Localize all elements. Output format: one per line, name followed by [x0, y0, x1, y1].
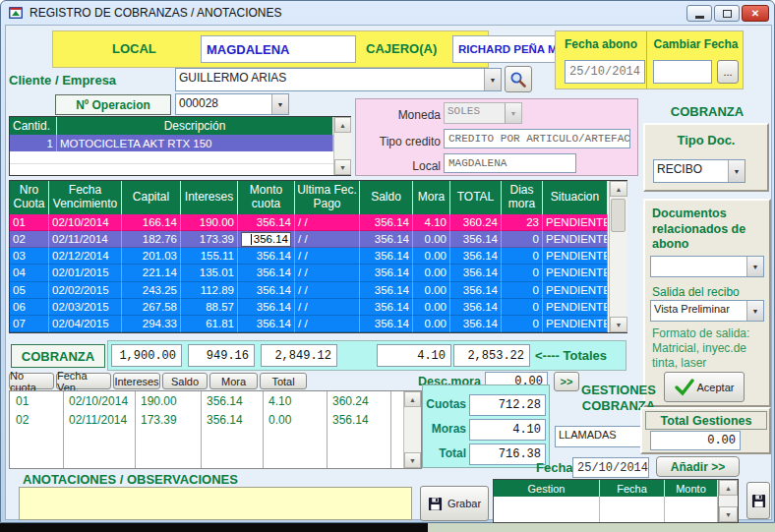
- main-grid-cell: 02/03/2015: [49, 299, 122, 316]
- detail-column-button[interactable]: Saldo: [162, 373, 208, 389]
- monto-cuota-edit-input[interactable]: 356.14: [241, 232, 291, 247]
- scroll-down-button[interactable]: ▼: [719, 506, 738, 522]
- anadir-button[interactable]: Añadir >>: [656, 456, 740, 477]
- list-cell: 360.24: [327, 394, 390, 410]
- total-field: 949.16: [188, 344, 255, 367]
- salida-label: Salida del recibo: [652, 285, 740, 299]
- main-grid-row[interactable]: 0302/12/2014201.03155.11356.14/ /356.140…: [10, 248, 608, 265]
- chevron-down-icon[interactable]: ▼: [746, 257, 763, 276]
- aceptar-label: Aceptar: [697, 382, 735, 393]
- empty-row: [10, 151, 333, 164]
- main-grid-cell: 0.00: [413, 299, 450, 316]
- title-bar[interactable]: REGISTRO DE COBRANZAS / ANOTACIONES ✕: [1, 1, 774, 25]
- chevron-down-icon[interactable]: ▼: [271, 94, 288, 114]
- minimize-button[interactable]: [686, 5, 712, 22]
- total-field: 716.38: [469, 443, 546, 465]
- detail-column-button[interactable]: Total: [260, 373, 307, 389]
- anotaciones-textarea[interactable]: [19, 487, 412, 520]
- search-button[interactable]: [505, 66, 532, 92]
- items-grid-header: Descripción: [57, 117, 333, 135]
- scroll-down-button[interactable]: ▼: [404, 452, 421, 468]
- items-grid-selected-row[interactable]: 1MOTOCICLETA AKT RTX 150: [10, 135, 333, 151]
- main-grid-cell: 04: [10, 265, 49, 281]
- browse-date-button[interactable]: ...: [717, 60, 739, 84]
- list-scrollbar[interactable]: ▲ ▼: [403, 391, 421, 468]
- scroll-up-button[interactable]: ▲: [334, 117, 351, 133]
- items-grid-scrollbar[interactable]: ▲ ▼: [333, 117, 351, 175]
- main-grid-cell: 173.39: [181, 231, 238, 248]
- operacion-label: Nº Operacion: [76, 98, 150, 112]
- list-row[interactable]: 0102/10/2014190.00356.144.10360.24: [10, 394, 421, 410]
- list-cell: 01: [10, 394, 63, 410]
- main-grid-cell: 0: [502, 265, 543, 281]
- gestiones-table-header: Fecha: [600, 480, 665, 497]
- salida-combobox[interactable]: Vista Preliminar ▼: [650, 300, 764, 322]
- tipo-doc-value: RECIBO: [654, 160, 728, 182]
- maximize-icon: [723, 10, 732, 18]
- main-grid-cell: / /: [295, 248, 360, 265]
- documentos-combobox[interactable]: ▼: [650, 256, 764, 277]
- main-grid-row[interactable]: 0602/03/2015267.5888.57356.14/ /356.140.…: [10, 299, 608, 316]
- main-grid-cell: 356.14: [360, 299, 413, 316]
- cambiar-fecha-input[interactable]: [653, 60, 712, 84]
- scroll-up-button[interactable]: ▲: [719, 480, 738, 496]
- scroll-thumb[interactable]: [611, 199, 626, 232]
- main-grid-cell: / /: [295, 299, 360, 316]
- maximize-button[interactable]: [714, 5, 740, 22]
- main-grid-row[interactable]: 0502/02/2015243.25112.89356.14/ /356.140…: [10, 282, 608, 299]
- save-corner-button[interactable]: [746, 482, 770, 519]
- scroll-down-button[interactable]: ▼: [610, 317, 627, 332]
- gestiones-scrollbar[interactable]: ▲ ▼: [718, 480, 738, 522]
- chevron-down-icon[interactable]: ▼: [484, 69, 501, 90]
- detail-column-button[interactable]: Intereses: [113, 373, 160, 389]
- main-grid-header: Ultima Fec. Pago: [295, 181, 360, 214]
- items-grid-cell: MOTOCICLETA AKT RTX 150: [57, 135, 333, 151]
- column-separator: [263, 391, 264, 468]
- main-grid-header: Dias mora: [502, 181, 543, 214]
- main-grid-cell: 02/10/2014: [49, 214, 122, 231]
- scroll-up-button[interactable]: ▲: [404, 391, 421, 407]
- chevron-down-icon: ▼: [505, 103, 521, 123]
- main-grid-cell: 61.81: [181, 316, 238, 332]
- main-grid-cell: 0: [502, 231, 543, 248]
- list-cell: 356.14: [327, 413, 390, 429]
- main-grid-row[interactable]: 0102/10/2014166.14190.00356.14/ /356.144…: [10, 214, 608, 231]
- main-grid-cell: 356.14: [450, 282, 502, 299]
- total-field: 2,853.22: [453, 344, 530, 367]
- cuotas-grid-scrollbar[interactable]: ▲ ▼: [609, 181, 627, 332]
- main-grid-cell: 03: [10, 248, 49, 265]
- gestiones-table-cell: [600, 497, 665, 522]
- cuotas-seleccionadas-list[interactable]: 0102/10/2014190.00356.144.10360.240202/1…: [9, 390, 422, 469]
- total-gestiones-label-box: Total Gestiones: [645, 411, 767, 430]
- tipo-doc-combobox[interactable]: RECIBO ▼: [653, 159, 745, 183]
- cobranza-totales-label: COBRANZA: [11, 344, 105, 368]
- column-separator: [201, 391, 202, 468]
- fecha-abono-label: Fecha abono: [556, 31, 646, 57]
- main-grid-cell: / /: [295, 316, 360, 332]
- chevron-down-icon[interactable]: ▼: [746, 301, 763, 321]
- list-cell: 356.14: [201, 413, 263, 429]
- fecha-abono-field[interactable]: 25/10/2014: [565, 60, 645, 84]
- detail-column-button[interactable]: Fecha Ven.: [56, 373, 111, 389]
- detail-column-button[interactable]: Mora: [209, 373, 258, 389]
- list-row[interactable]: 0202/11/2014173.39356.140.00356.14: [10, 413, 421, 429]
- main-grid-row[interactable]: 0402/01/2015221.14135.01356.14/ /356.140…: [10, 265, 608, 281]
- cuotas-total-field: 712.28: [469, 394, 546, 416]
- main-grid-row[interactable]: 0702/04/2015294.3361.81356.14/ /356.140.…: [10, 316, 608, 332]
- list-cell: 356.14: [201, 394, 263, 410]
- detail-column-button[interactable]: No cuota: [9, 373, 54, 389]
- gestion-fecha-field[interactable]: 25/10/2014: [572, 457, 649, 478]
- main-grid-cell: 356.14: [450, 265, 502, 281]
- total-label: Total: [423, 446, 466, 460]
- local-value-field[interactable]: MAGDALENA: [201, 35, 356, 63]
- close-button[interactable]: ✕: [742, 5, 769, 22]
- cliente-combobox[interactable]: GUILLERMO ARIAS ▼: [175, 68, 502, 91]
- scroll-up-button[interactable]: ▲: [610, 181, 627, 197]
- scroll-down-button[interactable]: ▼: [334, 159, 351, 175]
- operacion-combobox[interactable]: 000028 ▼: [175, 93, 289, 115]
- main-grid-row[interactable]: 0202/11/2014182.76173.39356.14/ /356.140…: [10, 231, 608, 248]
- chevron-down-icon[interactable]: ▼: [728, 160, 745, 182]
- grabar-button[interactable]: Grabar: [420, 486, 489, 521]
- main-grid-cell: PENDIENTE: [543, 265, 608, 281]
- main-grid-cell: 356.14: [238, 316, 295, 332]
